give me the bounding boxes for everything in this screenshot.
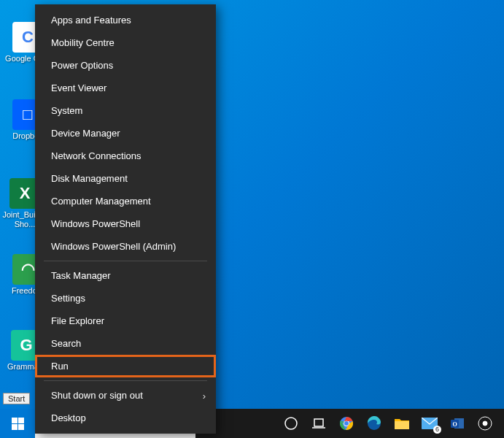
svg-point-15 [483,421,487,426]
start-tooltip: Start [3,393,30,404]
mail-badge: 6 [433,426,441,434]
cortana-icon[interactable] [282,415,300,432]
outlook-icon[interactable]: O [449,415,466,432]
menu-item-event-viewer[interactable]: Event Viewer [35,77,216,99]
menu-item-disk-management[interactable]: Disk Management [35,167,216,190]
mail-icon[interactable]: 6 [421,415,438,432]
menu-item-shut-down[interactable]: Shut down or sign out › [35,384,216,407]
windows-logo-icon [12,418,24,430]
winx-menu: Apps and Features Mobility Centre Power … [35,4,216,434]
menu-item-run[interactable]: Run [35,355,216,377]
menu-item-task-manager[interactable]: Task Manager [35,264,216,287]
svg-point-7 [344,421,349,426]
menu-item-windows-powershell-admin[interactable]: Windows PowerShell (Admin) [35,235,216,258]
menu-item-power-options[interactable]: Power Options [35,54,216,77]
system-tray: 6 O [272,409,504,438]
menu-item-apps-features[interactable]: Apps and Features [35,9,216,31]
menu-item-search[interactable]: Search [35,332,216,355]
svg-text:O: O [452,421,457,428]
menu-item-system[interactable]: System [35,99,216,122]
svg-rect-9 [395,421,409,429]
menu-separator [44,261,207,261]
menu-item-settings[interactable]: Settings [35,287,216,310]
menu-item-network-connections[interactable]: Network Connections [35,145,216,167]
chevron-right-icon: › [203,390,206,401]
chrome-icon[interactable] [338,415,355,432]
menu-separator [44,380,207,381]
file-explorer-icon[interactable] [393,415,411,432]
svg-point-2 [285,418,297,429]
svg-rect-3 [314,419,323,426]
menu-item-device-manager[interactable]: Device Manager [35,122,216,145]
menu-item-file-explorer[interactable]: File Explorer [35,310,216,332]
edge-icon[interactable] [365,415,383,432]
menu-item-computer-management[interactable]: Computer Management [35,190,216,212]
menu-item-desktop[interactable]: Desktop [35,407,216,429]
menu-item-label: Shut down or sign out [51,390,143,401]
tray-circle-icon[interactable] [476,415,494,432]
start-button[interactable] [0,409,35,438]
menu-item-windows-powershell[interactable]: Windows PowerShell [35,212,216,235]
task-view-icon[interactable] [310,415,327,432]
menu-item-mobility-centre[interactable]: Mobility Centre [35,31,216,54]
